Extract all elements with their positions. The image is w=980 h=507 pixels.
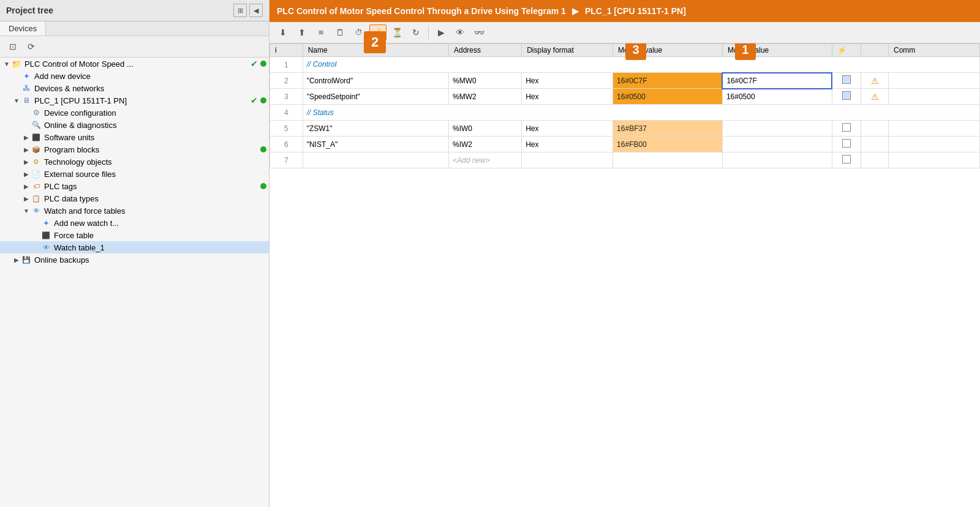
toolbar-btn-clock[interactable]: ⏳ [388,24,405,40]
right-panel: PLC Control of Motor Speed Control Throu… [270,0,980,507]
toolbar-btn-lines[interactable]: ≋ [312,24,330,40]
badge-1: 1 [735,43,756,60]
cell-comm-7 [888,152,979,168]
tree-label-online-backups: Online backups [34,255,266,265]
checkbox-7[interactable] [842,155,851,163]
sidebar-header-icons: ⊞ ◀ [233,4,263,17]
tree-icon-root: 📁 [11,59,22,69]
th-modify-value: Modify value 1 [722,44,832,57]
tree-label-ext-src: External source files [44,170,266,179]
toolbar-btn-view[interactable]: 👁 [451,24,469,40]
tree-item-add-device[interactable]: ✦ Add new device [0,70,269,82]
tree-item-plc-data-types[interactable]: ▶ 📋 PLC data types [0,192,269,205]
tree-label-plc-tags: PLC tags [44,182,258,191]
checkbox-6[interactable] [842,139,851,148]
toolbar-btn-play[interactable]: ▶ [432,24,450,40]
tree-icon-ext-src: 📄 [31,169,42,179]
cell-modval-3[interactable]: 16#0500 [722,89,832,105]
tree-item-watch-table-1[interactable]: 👁 Watch table_1 [0,241,269,254]
tree-arrow-plc1: ▼ [12,97,21,104]
tree-arrow-plc-dtypes: ▶ [22,195,31,202]
tree-label-watch-force: Watch and force tables [44,206,266,216]
cell-name-6[interactable]: "NIST_A" [303,137,448,152]
tree-item-ext-src[interactable]: ▶ 📄 External source files [0,168,269,180]
th-comment: Comm [888,44,979,57]
tree-icon-tech-obj: ⚙ [31,157,42,167]
tree-icon-plc1: 🖥 [21,96,32,105]
checkbox-2[interactable] [842,75,851,84]
cell-modval-5 [722,121,832,137]
tree-arrow-watch-force: ▼ [22,208,31,214]
cell-warn-3: ⚠ [861,89,889,105]
cell-force-2[interactable] [832,73,861,89]
cell-name-3[interactable]: "SpeedSetpoint" [303,89,448,105]
cell-warn-7 [861,152,889,168]
tree-arrow-ext-src: ▶ [22,171,31,178]
cell-modval-2[interactable]: 16#0C7F [722,73,832,89]
sidebar-collapse-icon[interactable]: ◀ [249,4,263,17]
row-num-2: 2 [270,73,303,89]
toolbar-btn-download2[interactable]: ⬆ [293,24,311,40]
tree-item-tech-obj[interactable]: ▶ ⚙ Technology objects [0,156,269,168]
tree-item-devices-networks[interactable]: 🖧 Devices & networks [0,82,269,94]
sidebar-grid-icon[interactable]: ⊞ [233,4,247,17]
sidebar-title: Project tree [6,6,53,15]
tree-arrow-sw-units: ▶ [22,134,31,141]
cell-name-5[interactable]: "ZSW1" [303,121,448,137]
cell-modval-6 [722,137,832,152]
tree-item-plc-tags[interactable]: ▶ 🏷 PLC tags [0,180,269,192]
toolbar-btn-glasses[interactable]: 👓 [470,24,488,40]
check-plc1: ✔ [251,96,258,105]
tree-item-sw-units[interactable]: ▶ ⬛ Software units [0,131,269,143]
tree-arrow-prog-blocks: ▶ [22,146,31,153]
toolbar-btn-note[interactable]: 🗒 [331,24,349,40]
tree-icon-force-table: ⬛ [40,230,51,240]
cell-warn-5 [861,121,889,137]
toolbar-btn-refresh[interactable]: ↻ [407,24,424,40]
checkbox-5[interactable] [842,123,851,132]
tree-item-root[interactable]: ▼ 📁 PLC Control of Motor Speed ... ✔ [0,58,269,70]
cell-monval-6[interactable]: 16#FB00 [613,137,723,152]
table-row: 1 // Control [270,57,980,73]
th-address: Address [448,44,521,57]
cell-addr-3: %MW2 [448,89,521,105]
sidebar-toolbar-icon2[interactable]: ⟳ [23,39,39,54]
tree-item-online-diag[interactable]: 🔍 Online & diagnostics [0,119,269,131]
tree-item-force-table[interactable]: ⬛ Force table [0,229,269,241]
table-row: 3 "SpeedSetpoint" %MW2 Hex 16#0500 16#05… [270,89,980,105]
cell-force-5[interactable] [832,121,861,137]
cell-force-6[interactable] [832,137,861,152]
cell-force-3[interactable] [832,89,861,105]
th-display-format: Display format [522,44,613,57]
cell-modval-7 [722,152,832,168]
tree-item-plc1[interactable]: ▼ 🖥 PLC_1 [CPU 1511T-1 PN] ✔ [0,94,269,107]
cell-monval-3[interactable]: 16#0500 [613,89,723,105]
row-comment-status[interactable]: // Status [303,105,979,121]
cell-name-2[interactable]: "ControlWord" [303,73,448,89]
breadcrumb: PLC Control of Motor Speed Control Throu… [277,6,686,16]
table-row: 5 "ZSW1" %IW0 Hex 16#BF37 [270,121,980,137]
tree-item-watch-force[interactable]: ▼ 👁 Watch and force tables [0,205,269,217]
toolbar-btn-active[interactable]: ⚡ 2 [369,24,386,40]
checkbox-3[interactable] [842,91,851,100]
check-root: ✔ [251,59,258,69]
breadcrumb-plc: PLC_1 [CPU 1511T-1 PN] [585,6,686,16]
tree-item-prog-blocks[interactable]: ▶ 📦 Program blocks [0,143,269,156]
toolbar-btn-download1[interactable]: ⬇ [274,24,292,40]
tree-label-tech-obj: Technology objects [44,157,266,167]
tree-label-prog-blocks: Program blocks [44,145,258,154]
main-row: Project tree ⊞ ◀ Devices ⊡ ⟳ ▼ 📁 PLC Con… [0,0,980,507]
cell-monval-5[interactable]: 16#BF37 [613,121,723,137]
tree-icon-online-diag: 🔍 [31,120,42,130]
tree-item-device-config[interactable]: ⚙ Device configuration [0,107,269,119]
tree-icon-watch-force: 👁 [31,206,42,216]
th-forceval [861,44,889,57]
cell-addr-7[interactable]: <Add new> [448,152,521,168]
sidebar-toolbar-icon1[interactable]: ⊡ [5,39,21,54]
tree-item-online-backups[interactable]: ▶ 💾 Online backups [0,254,269,266]
tree-label-online-diag: Online & diagnostics [44,121,266,130]
tab-devices[interactable]: Devices [0,21,46,36]
tree-item-add-watch[interactable]: ✦ Add new watch t... [0,217,269,229]
cell-monval-2[interactable]: 16#0C7F [613,73,723,89]
cell-force-7[interactable] [832,152,861,168]
